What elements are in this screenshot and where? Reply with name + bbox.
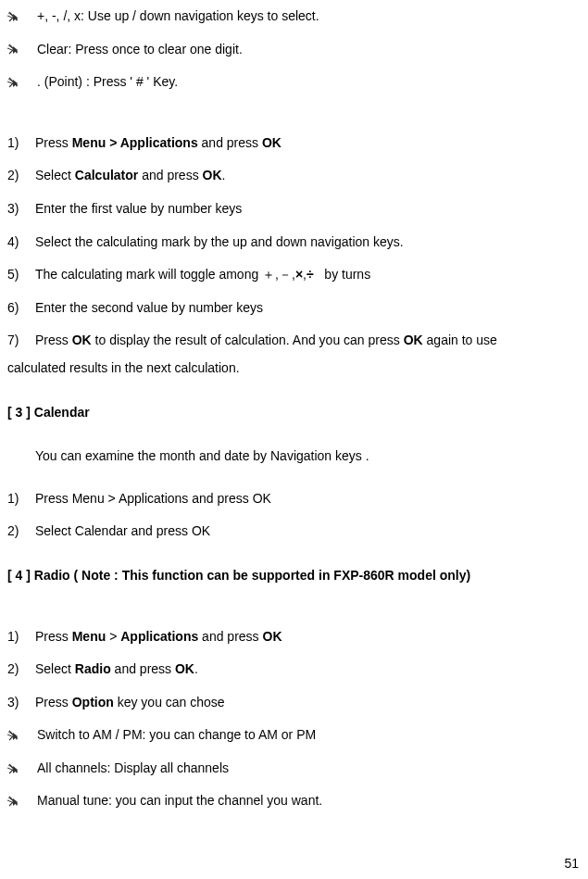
arrow-bullet-icon	[7, 43, 20, 56]
calendar-para: You can examine the month and date by Na…	[7, 447, 581, 466]
bullet-text: Manual tune: you can input the channel y…	[37, 792, 322, 810]
arrow-bullet-icon	[7, 729, 20, 742]
step-number: 4)	[7, 233, 35, 252]
calc-step-7-cont: calculated results in the next calculati…	[7, 359, 581, 378]
step-text: Enter the second value by number keys	[35, 299, 581, 318]
step-text: Select Calendar and press OK	[35, 522, 581, 541]
tip-text: Clear: Press once to clear one digit.	[37, 41, 243, 59]
tip-text: . (Point) : Press ' # ' Key.	[37, 73, 178, 92]
arrow-bullet-icon	[7, 76, 20, 89]
step-number: 3)	[7, 200, 35, 219]
radio-step-3: 3) Press Option key you can chose	[7, 694, 581, 712]
bullet-text: Switch to AM / PM: you can change to AM …	[37, 726, 316, 745]
calc-step-5: 5) The calculating mark will toggle amon…	[7, 266, 581, 284]
tip-text: +, -, /, x: Use up / down navigation key…	[37, 7, 319, 26]
tip-item: Clear: Press once to clear one digit.	[7, 41, 581, 59]
calc-step-2: 2) Select Calculator and press OK.	[7, 167, 581, 185]
heading-calendar: [ 3 ] Calendar	[7, 404, 581, 422]
radio-bullet: All channels: Display all channels	[7, 760, 581, 778]
arrow-bullet-icon	[7, 795, 20, 808]
radio-bullet: Manual tune: you can input the channel y…	[7, 792, 581, 810]
step-number: 3)	[7, 694, 35, 712]
step-text: Press Menu > Applications and press OK	[35, 490, 581, 509]
calc-step-7: 7) Press OK to display the result of cal…	[7, 332, 581, 350]
step-number: 2)	[7, 167, 35, 185]
step-text: The calculating mark will toggle among ＋…	[35, 266, 581, 284]
radio-step-2: 2) Select Radio and press OK.	[7, 660, 581, 679]
step-number: 5)	[7, 266, 35, 284]
step-text: Press OK to display the result of calcul…	[35, 332, 581, 350]
step-text: Press Option key you can chose	[35, 694, 581, 712]
calc-step-3: 3) Enter the first value by number keys	[7, 200, 581, 219]
step-text: Press Menu > Applications and press OK	[35, 628, 581, 647]
step-number: 1)	[7, 134, 35, 153]
page-number: 51	[564, 855, 579, 873]
calendar-step-1: 1) Press Menu > Applications and press O…	[7, 490, 581, 509]
arrow-bullet-icon	[7, 762, 20, 775]
step-text: Select the calculating mark by the up an…	[35, 233, 581, 252]
step-text: Select Radio and press OK.	[35, 660, 581, 679]
step-number: 6)	[7, 299, 35, 318]
calc-step-4: 4) Select the calculating mark by the up…	[7, 233, 581, 252]
radio-step-1: 1) Press Menu > Applications and press O…	[7, 628, 581, 647]
step-text: Select Calculator and press OK.	[35, 167, 581, 185]
bullet-text: All channels: Display all channels	[37, 760, 229, 778]
step-number: 2)	[7, 660, 35, 679]
page-content: +, -, /, x: Use up / down navigation key…	[0, 7, 588, 810]
calendar-step-2: 2) Select Calendar and press OK	[7, 522, 581, 541]
step-number: 7)	[7, 332, 35, 350]
step-number: 2)	[7, 522, 35, 541]
heading-radio: [ 4 ] Radio ( Note : This function can b…	[7, 567, 581, 585]
radio-bullet: Switch to AM / PM: you can change to AM …	[7, 726, 581, 745]
step-text: Enter the first value by number keys	[35, 200, 581, 219]
tip-item: +, -, /, x: Use up / down navigation key…	[7, 7, 581, 26]
step-number: 1)	[7, 628, 35, 647]
calc-step-6: 6) Enter the second value by number keys	[7, 299, 581, 318]
arrow-bullet-icon	[7, 10, 20, 23]
tip-item: . (Point) : Press ' # ' Key.	[7, 73, 581, 92]
step-number: 1)	[7, 490, 35, 509]
step-text: Press Menu > Applications and press OK	[35, 134, 581, 153]
calc-step-1: 1) Press Menu > Applications and press O…	[7, 134, 581, 153]
